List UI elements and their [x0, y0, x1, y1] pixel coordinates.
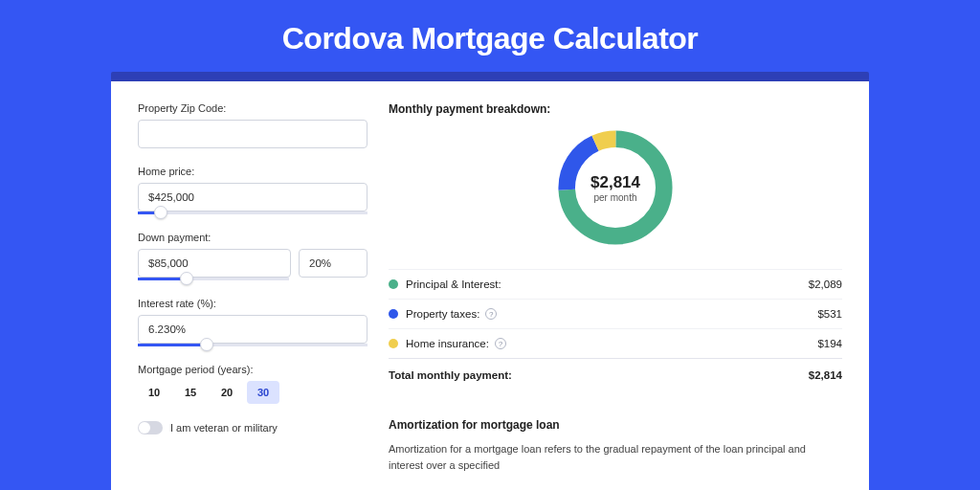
- legend-taxes: Property taxes: ? $531: [389, 299, 842, 328]
- legend-label: Home insurance: ?: [406, 338, 817, 349]
- donut-chart: $2,814 per month: [551, 123, 679, 252]
- total-value: $2,814: [809, 369, 842, 381]
- legend-label: Principal & Interest:: [406, 278, 809, 290]
- period-option-10[interactable]: 10: [138, 381, 170, 404]
- home-price-label: Home price:: [138, 166, 368, 177]
- slider-handle[interactable]: [154, 206, 167, 219]
- amortization-text: Amortization for a mortgage loan refers …: [389, 441, 842, 473]
- inputs-column: Property Zip Code: Home price: Down paym…: [138, 102, 368, 490]
- veteran-toggle[interactable]: [138, 421, 163, 434]
- period-label: Mortgage period (years):: [138, 364, 368, 375]
- donut-sublabel: per month: [593, 192, 636, 203]
- home-price-input[interactable]: [138, 183, 368, 212]
- amortization-title: Amortization for mortgage loan: [389, 418, 842, 432]
- slider-handle[interactable]: [180, 272, 193, 285]
- dot-icon: [389, 339, 398, 348]
- zip-input[interactable]: [138, 120, 368, 148]
- legend-principal: Principal & Interest: $2,089: [389, 269, 842, 299]
- legend-value: $531: [817, 308, 842, 320]
- page-title: Cordova Mortgage Calculator: [0, 0, 980, 72]
- info-icon[interactable]: ?: [485, 308, 497, 320]
- period-option-30[interactable]: 30: [247, 381, 279, 404]
- period-option-15[interactable]: 15: [174, 381, 207, 404]
- rate-input[interactable]: [138, 315, 368, 344]
- calculator-card: Property Zip Code: Home price: Down paym…: [111, 81, 869, 490]
- legend-total: Total monthly payment: $2,814: [389, 358, 842, 390]
- down-payment-slider[interactable]: [138, 278, 289, 280]
- down-payment-pct-input[interactable]: [299, 249, 368, 278]
- donut-total: $2,814: [590, 173, 640, 192]
- card-shadow: Property Zip Code: Home price: Down paym…: [111, 72, 869, 490]
- home-price-slider[interactable]: [138, 212, 368, 214]
- breakdown-header: Monthly payment breakdown:: [389, 102, 842, 116]
- total-label: Total monthly payment:: [389, 369, 809, 381]
- rate-slider[interactable]: [138, 344, 368, 346]
- down-payment-label: Down payment:: [138, 232, 368, 243]
- legend-label: Property taxes: ?: [406, 308, 817, 320]
- rate-label: Interest rate (%):: [138, 298, 368, 309]
- legend-value: $2,089: [809, 278, 842, 290]
- period-option-20[interactable]: 20: [211, 381, 243, 404]
- dot-icon: [389, 279, 398, 289]
- veteran-label: I am veteran or military: [170, 422, 278, 434]
- dot-icon: [389, 309, 398, 319]
- down-payment-input[interactable]: [138, 249, 291, 278]
- breakdown-column: Monthly payment breakdown: $2,814 per mo…: [389, 102, 842, 490]
- slider-handle[interactable]: [200, 338, 213, 351]
- period-selector: 10 15 20 30: [138, 381, 368, 404]
- info-icon[interactable]: ?: [495, 338, 506, 349]
- legend-insurance: Home insurance: ? $194: [389, 328, 842, 358]
- zip-label: Property Zip Code:: [138, 102, 368, 114]
- legend-value: $194: [817, 338, 842, 349]
- amortization-section: Amortization for mortgage loan Amortizat…: [389, 409, 842, 473]
